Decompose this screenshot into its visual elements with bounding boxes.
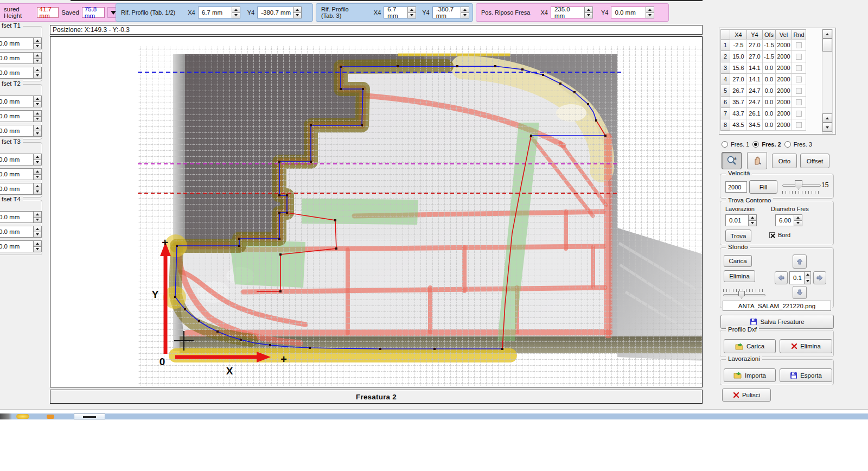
spin-down-button[interactable] bbox=[33, 175, 42, 181]
scroll-down-icon[interactable] bbox=[822, 123, 832, 132]
table-row[interactable]: 215.027.0-1.52000 bbox=[720, 50, 806, 62]
spin-up-button[interactable] bbox=[293, 7, 302, 13]
offset-spinner[interactable]: 0.0 mm bbox=[0, 183, 42, 195]
dxf-carica-button[interactable]: Carica bbox=[724, 339, 776, 353]
orto-button[interactable]: Orto bbox=[772, 154, 797, 168]
spin-down-button[interactable] bbox=[33, 131, 42, 137]
radio-label[interactable]: Fres. 3 bbox=[794, 141, 812, 148]
spin-down-button[interactable] bbox=[33, 117, 42, 123]
offset-spinner[interactable]: 0.0 mm bbox=[0, 125, 42, 137]
spin-up-button[interactable] bbox=[33, 154, 42, 160]
rif12-x4-spinner[interactable]: 6.7 mm bbox=[198, 7, 240, 18]
lavorazioni-step-spinner[interactable]: 0.01 bbox=[725, 214, 757, 226]
spin-down-button[interactable] bbox=[232, 13, 240, 19]
trova-button[interactable]: Trova bbox=[725, 230, 751, 242]
table-row[interactable]: 635.724.70.02000 bbox=[720, 96, 806, 107]
rnd-checkbox[interactable] bbox=[796, 54, 802, 60]
spin-up-button[interactable] bbox=[804, 271, 811, 278]
taskbar-app-icon[interactable] bbox=[47, 415, 54, 419]
taskbar[interactable] bbox=[0, 413, 868, 419]
bord-checkbox[interactable] bbox=[769, 232, 775, 238]
spin-up-button[interactable] bbox=[748, 214, 757, 221]
radio-label[interactable]: Fres. 2 bbox=[762, 141, 781, 148]
nudge-up-button[interactable] bbox=[793, 254, 807, 269]
spin-down-button[interactable] bbox=[33, 102, 42, 108]
nudge-left-button[interactable] bbox=[775, 271, 788, 284]
taskbar-app-icon[interactable] bbox=[16, 414, 29, 419]
offset-spinner[interactable]: 0.0 mm bbox=[0, 110, 42, 122]
taskbar-window-button[interactable] bbox=[74, 413, 105, 419]
spin-down-button[interactable] bbox=[33, 247, 42, 253]
spin-down-button[interactable] bbox=[33, 73, 42, 79]
nudge-down-button[interactable] bbox=[793, 286, 807, 299]
column-header-x4[interactable]: X4 bbox=[730, 29, 747, 40]
sfondo-slider-thumb[interactable] bbox=[738, 291, 745, 299]
offset-spinner[interactable]: 0.0 mm bbox=[0, 96, 42, 107]
column-header-rnd[interactable]: Rnd bbox=[792, 29, 806, 40]
rnd-checkbox[interactable] bbox=[796, 122, 802, 128]
spin-down-button[interactable] bbox=[461, 13, 469, 19]
bord-checkbox-row[interactable]: Bord bbox=[769, 232, 790, 238]
spin-down-button[interactable] bbox=[33, 44, 42, 50]
rnd-checkbox[interactable] bbox=[796, 88, 802, 94]
spin-down-button[interactable] bbox=[33, 189, 42, 195]
offset-button[interactable]: Offset bbox=[800, 154, 829, 168]
spin-up-button[interactable] bbox=[461, 7, 469, 13]
table-row[interactable]: 315.614.10.02000 bbox=[720, 62, 806, 73]
radio-label[interactable]: Fres. 1 bbox=[731, 141, 749, 148]
spin-up-button[interactable] bbox=[33, 211, 42, 218]
spin-down-button[interactable] bbox=[794, 221, 802, 227]
dxf-elimina-button[interactable]: Elimina bbox=[780, 339, 832, 353]
rif12-y4-spinner[interactable]: -380.7 mm bbox=[257, 7, 302, 18]
spin-up-button[interactable] bbox=[794, 214, 802, 221]
spin-down-button[interactable] bbox=[33, 59, 42, 65]
spin-down-button[interactable] bbox=[646, 13, 654, 19]
offset-spinner[interactable]: 0.0 mm bbox=[0, 52, 42, 64]
spin-down-button[interactable] bbox=[33, 160, 42, 166]
pulisci-button[interactable]: Pulisci bbox=[722, 389, 771, 402]
diametro-fresa-spinner[interactable]: 6.00 bbox=[775, 214, 802, 226]
scroll-up-icon[interactable] bbox=[822, 113, 832, 123]
offset-spinner[interactable]: 0.0 mm bbox=[0, 67, 42, 79]
spin-down-button[interactable] bbox=[407, 13, 416, 19]
rnd-checkbox[interactable] bbox=[796, 65, 802, 71]
radio-fres-2[interactable] bbox=[752, 141, 759, 148]
rif3-x4-spinner[interactable]: 6.7 mm bbox=[384, 7, 416, 18]
radio-fres-3[interactable] bbox=[784, 141, 791, 148]
spin-up-button[interactable] bbox=[33, 226, 42, 232]
scroll-up-icon[interactable] bbox=[822, 29, 832, 39]
rif3-y4-spinner[interactable]: -380.7 mm bbox=[432, 7, 469, 18]
table-row[interactable]: 843.534.50.02000 bbox=[720, 119, 806, 130]
scrollbar-thumb[interactable] bbox=[822, 39, 832, 52]
offset-spinner[interactable]: 0.0 mm bbox=[0, 240, 42, 252]
measured-height-value[interactable]: 41.7 mm bbox=[37, 7, 59, 18]
spin-up-button[interactable] bbox=[33, 240, 42, 247]
rnd-checkbox[interactable] bbox=[796, 99, 802, 105]
radio-fres-1[interactable] bbox=[722, 141, 728, 148]
spin-up-button[interactable] bbox=[232, 7, 240, 13]
saved-value[interactable]: 75.8 mm bbox=[82, 7, 105, 18]
spin-down-button[interactable] bbox=[804, 278, 811, 285]
offset-spinner[interactable]: 0.0 mm bbox=[0, 168, 42, 180]
rnd-checkbox[interactable] bbox=[796, 111, 802, 117]
rnd-checkbox[interactable] bbox=[796, 77, 802, 82]
spin-down-button[interactable] bbox=[584, 13, 593, 19]
nudge-right-button[interactable] bbox=[813, 271, 826, 284]
spin-up-button[interactable] bbox=[646, 7, 654, 13]
esporta-button[interactable]: Esporta bbox=[780, 368, 832, 382]
spin-up-button[interactable] bbox=[407, 7, 416, 13]
offset-spinner[interactable]: 0.0 mm bbox=[0, 211, 42, 223]
offset-spinner[interactable]: 0.0 mm bbox=[0, 37, 42, 49]
spin-up-button[interactable] bbox=[33, 96, 42, 102]
rnd-checkbox[interactable] bbox=[796, 42, 802, 48]
zoom-tool-button[interactable]: ± bbox=[722, 152, 742, 169]
spin-down-button[interactable] bbox=[748, 221, 757, 227]
spin-up-button[interactable] bbox=[33, 67, 42, 73]
velocita-input[interactable]: 2000 bbox=[725, 181, 747, 193]
spin-up-button[interactable] bbox=[33, 37, 42, 44]
table-row[interactable]: 427.014.10.02000 bbox=[720, 73, 806, 85]
spin-up-button[interactable] bbox=[33, 52, 42, 59]
column-header-vel[interactable]: Vel bbox=[775, 29, 792, 40]
offset-spinner[interactable]: 0.0 mm bbox=[0, 226, 42, 238]
spin-up-button[interactable] bbox=[33, 110, 42, 117]
